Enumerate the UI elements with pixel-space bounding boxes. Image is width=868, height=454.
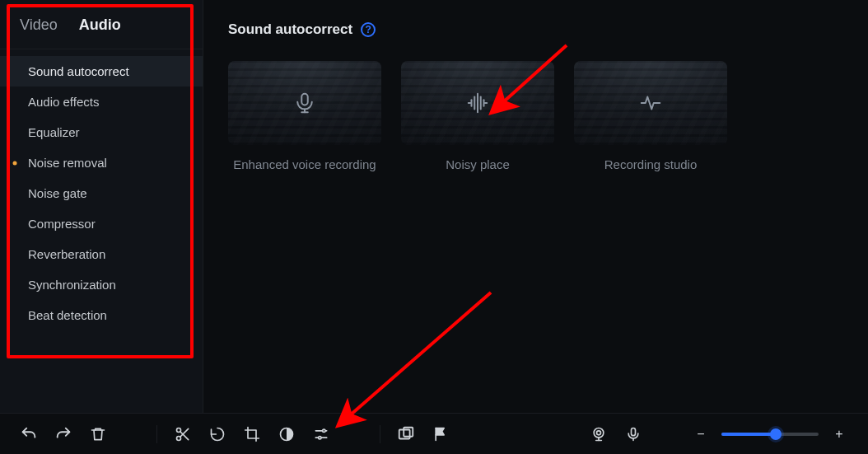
redo-icon bbox=[54, 425, 72, 443]
sidebar-item-reverberation[interactable]: Reverberation bbox=[0, 239, 203, 269]
transitions-icon bbox=[397, 425, 415, 443]
preset-label: Recording studio bbox=[574, 157, 727, 173]
svg-rect-7 bbox=[404, 427, 413, 436]
sidebar-item-label: Equalizer bbox=[28, 125, 80, 139]
cut-button[interactable] bbox=[170, 422, 195, 447]
svg-rect-0 bbox=[301, 94, 308, 105]
scissors-icon bbox=[175, 426, 191, 442]
preset-cards: Enhanced voice recordingNoisy placeRecor… bbox=[228, 61, 845, 173]
sidebar-item-audio-effects[interactable]: Audio effects bbox=[0, 87, 203, 117]
svg-point-5 bbox=[319, 436, 321, 438]
waveform-icon bbox=[465, 91, 490, 115]
crop-button[interactable] bbox=[240, 422, 264, 447]
sidebar-item-noise-removal[interactable]: Noise removal bbox=[0, 147, 203, 178]
delete-button[interactable] bbox=[86, 422, 110, 447]
panel-title: Sound autocorrect bbox=[228, 21, 352, 38]
tb-sep bbox=[156, 425, 157, 443]
help-icon[interactable]: ? bbox=[361, 22, 376, 37]
rotate-button[interactable] bbox=[205, 422, 230, 447]
timeline-toolbar: − + bbox=[0, 413, 868, 454]
preset-label: Noisy place bbox=[401, 157, 554, 173]
sidebar: Video Audio Sound autocorrectAudio effec… bbox=[0, 0, 203, 413]
workspace: Video Audio Sound autocorrectAudio effec… bbox=[0, 0, 868, 413]
trash-icon bbox=[90, 426, 106, 442]
transitions-button[interactable] bbox=[394, 422, 418, 447]
sidebar-item-beat-detection[interactable]: Beat detection bbox=[0, 300, 203, 330]
sidebar-item-label: Sound autocorrect bbox=[28, 64, 129, 78]
sidebar-item-label: Audio effects bbox=[28, 95, 99, 109]
tab-video[interactable]: Video bbox=[20, 16, 58, 34]
zoom-knob[interactable] bbox=[770, 428, 782, 440]
zoom-slider: − + bbox=[688, 422, 852, 447]
change-dot-icon bbox=[13, 161, 17, 165]
sidebar-item-compressor[interactable]: Compressor bbox=[0, 208, 203, 239]
app-root: Video Audio Sound autocorrectAudio effec… bbox=[0, 0, 868, 454]
zoom-out-button[interactable]: − bbox=[688, 422, 713, 447]
preset-thumb bbox=[574, 61, 727, 145]
sidebar-item-label: Noise gate bbox=[28, 186, 87, 200]
svg-rect-6 bbox=[399, 429, 410, 438]
preset-card[interactable]: Noisy place bbox=[401, 61, 554, 173]
mic-icon bbox=[625, 426, 642, 442]
sidebar-item-label: Reverberation bbox=[28, 247, 105, 261]
crop-icon bbox=[244, 426, 260, 442]
webcam-button[interactable] bbox=[586, 422, 611, 447]
adjust-button[interactable] bbox=[309, 422, 334, 447]
undo-button[interactable] bbox=[16, 422, 41, 447]
sidebar-item-equalizer[interactable]: Equalizer bbox=[0, 117, 203, 147]
preset-thumb bbox=[401, 61, 554, 145]
zoom-track[interactable] bbox=[721, 433, 819, 436]
zoom-in-button[interactable]: + bbox=[827, 422, 852, 447]
sidebar-item-synchronization[interactable]: Synchronization bbox=[0, 269, 203, 300]
undo-icon bbox=[20, 425, 38, 443]
preset-card[interactable]: Recording studio bbox=[574, 61, 727, 173]
sidebar-item-label: Beat detection bbox=[28, 308, 107, 322]
sidebar-item-noise-gate[interactable]: Noise gate bbox=[0, 178, 203, 208]
redo-button[interactable] bbox=[51, 422, 76, 447]
preset-thumb bbox=[228, 61, 381, 145]
contrast-icon bbox=[278, 426, 295, 442]
webcam-icon bbox=[590, 426, 607, 442]
pulse-icon bbox=[638, 91, 663, 115]
sidebar-item-label: Compressor bbox=[28, 217, 96, 231]
tb-sep bbox=[380, 425, 380, 443]
preset-card[interactable]: Enhanced voice recording bbox=[228, 61, 381, 173]
preset-label: Enhanced voice recording bbox=[228, 157, 381, 173]
color-button[interactable] bbox=[274, 422, 299, 447]
sidebar-item-sound-autocorrect[interactable]: Sound autocorrect bbox=[0, 56, 203, 87]
sidebar-item-label: Noise removal bbox=[28, 156, 107, 170]
tab-audio[interactable]: Audio bbox=[79, 16, 121, 34]
svg-rect-10 bbox=[632, 428, 636, 435]
sidebar-item-label: Synchronization bbox=[28, 278, 116, 292]
record-button[interactable] bbox=[621, 422, 646, 447]
sidebar-tabs: Video Audio bbox=[0, 0, 203, 49]
mic-icon bbox=[292, 91, 317, 115]
sliders-icon bbox=[313, 426, 329, 442]
svg-point-8 bbox=[594, 428, 604, 438]
marker-button[interactable] bbox=[428, 422, 453, 447]
panel-title-row: Sound autocorrect ? bbox=[228, 21, 845, 38]
main-panel: Sound autocorrect ? Enhanced voice recor… bbox=[203, 0, 868, 413]
rotate-icon bbox=[209, 426, 226, 442]
zoom-fill bbox=[721, 433, 776, 436]
flag-icon bbox=[432, 426, 449, 442]
svg-point-4 bbox=[323, 429, 325, 432]
sidebar-menu: Sound autocorrectAudio effectsEqualizerN… bbox=[0, 49, 203, 337]
svg-point-9 bbox=[597, 430, 601, 434]
